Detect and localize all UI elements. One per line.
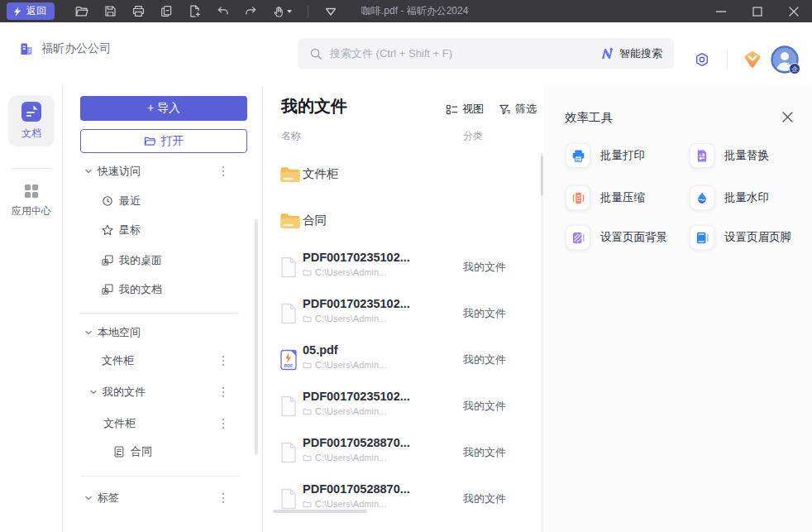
list-horizontal-scrollbar[interactable]: [273, 510, 367, 513]
sidebar-item-starred[interactable]: 星标: [63, 215, 263, 245]
folder-icon: [279, 212, 301, 230]
window-title: 咖啡.pdf - 福昕办公2024: [361, 4, 468, 18]
file-icon: [279, 395, 298, 417]
rail-app-center-label: 应用中心: [12, 204, 51, 218]
app-window: 返回: [0, 0, 812, 532]
sidebar-item-contract[interactable]: 合同: [63, 437, 263, 467]
efficiency-tools-panel: 效率工具 批量打印 批量替换 批量压缩: [543, 85, 812, 532]
close-icon[interactable]: [781, 110, 794, 123]
shortcut-icon: [101, 254, 114, 267]
table-row-file[interactable]: PDF00170528870... C:\Users\Admin... 我的文件: [263, 429, 537, 476]
undo-icon[interactable]: [212, 2, 233, 21]
page-title: 我的文件: [281, 95, 347, 117]
hand-tool-icon[interactable]: [268, 2, 296, 21]
vip-badge-icon[interactable]: [742, 49, 763, 74]
view-button[interactable]: 视图: [446, 102, 484, 117]
close-button[interactable]: [776, 0, 812, 22]
duplicate-page-icon[interactable]: [155, 2, 177, 21]
path-folder-icon: [303, 269, 312, 276]
my-files-label: 我的文件: [103, 385, 146, 400]
table-row-file[interactable]: PDF00170235102... C:\Users\Admin... 我的文件: [263, 244, 537, 290]
kebab-menu-icon[interactable]: [222, 418, 225, 429]
print-icon[interactable]: [127, 2, 149, 21]
left-rail: 文档 应用中心: [0, 85, 63, 532]
file-category: 我的文件: [463, 352, 506, 367]
tool-batch-watermark[interactable]: 批量水印: [690, 185, 769, 210]
view-icon: [446, 103, 458, 116]
chevron-down-icon[interactable]: [84, 328, 93, 337]
kebab-menu-icon[interactable]: [222, 165, 225, 177]
file-icon: [279, 303, 298, 324]
toolbar: [71, 2, 342, 21]
sidebar-item-file-cabinet-sub[interactable]: 文件柜: [63, 409, 263, 439]
tool-page-background[interactable]: 设置页面背景: [566, 225, 667, 250]
chevron-down-icon[interactable]: [84, 494, 93, 502]
filter-button[interactable]: 筛选: [499, 102, 537, 117]
toolbar-divider: [308, 6, 308, 17]
chevron-down-icon[interactable]: [89, 388, 98, 396]
titlebar: 返回: [0, 0, 812, 22]
file-name: PDF00170235102...: [303, 297, 410, 310]
sidebar-item-file-cabinet[interactable]: 文件柜: [63, 346, 263, 376]
view-label: 视图: [462, 102, 484, 117]
tool-batch-compress[interactable]: 批量压缩: [566, 185, 645, 210]
rail-item-app-center[interactable]: 应用中心: [0, 183, 63, 218]
collapse-toolbar-icon[interactable]: [320, 2, 342, 21]
file-name: PDF00170235102...: [303, 251, 410, 264]
folder-icon: [279, 165, 301, 184]
save-icon[interactable]: [99, 2, 121, 21]
org-switcher[interactable]: 福昕办公公司: [18, 41, 111, 57]
settings-gear-icon[interactable]: [692, 50, 712, 69]
tool-header-footer[interactable]: 设置页眉页脚: [690, 225, 791, 250]
svg-text:PDF: PDF: [284, 363, 293, 368]
open-button[interactable]: 打开: [80, 129, 247, 153]
sidebar-divider: [80, 313, 239, 314]
sidebar-section-tags[interactable]: 标签: [63, 483, 263, 513]
table-row-file[interactable]: PDF00170528870... C:\Users\Admin... 我的文件: [263, 476, 537, 522]
minimize-button[interactable]: [703, 0, 739, 22]
file-category: 我的文件: [463, 491, 506, 506]
rail-item-documents[interactable]: 文档: [8, 95, 55, 146]
import-button[interactable]: + 导入: [80, 96, 247, 121]
avatar[interactable]: 企: [771, 46, 799, 74]
tool-batch-replace[interactable]: 批量替换: [690, 143, 769, 168]
sidebar-item-my-files-selected[interactable]: 我的文件: [63, 377, 263, 407]
window-controls: [703, 0, 812, 22]
table-row-file[interactable]: PDF 05.pdf C:\Users\Admin... 我的文件: [263, 337, 537, 383]
redo-icon[interactable]: [240, 2, 261, 21]
open-file-icon[interactable]: [71, 2, 93, 21]
sidebar-scrollbar[interactable]: [255, 219, 258, 455]
tool-label: 批量替换: [724, 148, 769, 163]
file-name: 05.pdf: [303, 343, 386, 357]
sidebar-item-recent[interactable]: 最近: [63, 186, 263, 216]
sidebar-item-my-desktop[interactable]: 我的桌面: [63, 246, 263, 276]
ai-icon: [599, 46, 614, 61]
file-icon: [279, 442, 298, 463]
chevron-down-icon[interactable]: [84, 167, 93, 175]
maximize-button[interactable]: [739, 0, 776, 22]
list-actions: 视图 筛选: [446, 102, 537, 117]
file-path: C:\Users\Admin...: [303, 360, 386, 370]
local-space-label: 本地空间: [98, 325, 141, 340]
sidebar-divider: [80, 476, 239, 477]
table-row-file[interactable]: PDF00170235102... C:\Users\Admin... 我的文件: [263, 383, 537, 429]
table-row-folder[interactable]: 文件柜: [263, 151, 537, 198]
kebab-menu-icon[interactable]: [222, 386, 225, 398]
ai-search-button[interactable]: 智能搜索: [599, 46, 662, 61]
recent-label: 最近: [119, 194, 141, 208]
search-bar[interactable]: 智能搜索: [298, 38, 674, 69]
back-button[interactable]: 返回: [7, 2, 55, 20]
table-row-file[interactable]: PDF00170235102... C:\Users\Admin... 我的文件: [263, 290, 537, 337]
tool-batch-print[interactable]: 批量打印: [566, 143, 645, 168]
tools-panel-title: 效率工具: [565, 110, 613, 126]
sidebar-item-my-documents[interactable]: 我的文档: [63, 275, 263, 304]
kebab-menu-icon[interactable]: [222, 355, 225, 367]
table-row-folder[interactable]: 合同: [263, 198, 537, 244]
sidebar-section-local-space[interactable]: 本地空间: [63, 318, 263, 347]
search-input[interactable]: [330, 47, 599, 60]
new-page-icon[interactable]: [184, 2, 205, 21]
sidebar-section-quick-access[interactable]: 快速访问: [63, 156, 263, 186]
kebab-menu-icon[interactable]: [222, 492, 225, 504]
batch-print-icon: [566, 143, 590, 168]
file-category: 我的文件: [463, 306, 506, 321]
